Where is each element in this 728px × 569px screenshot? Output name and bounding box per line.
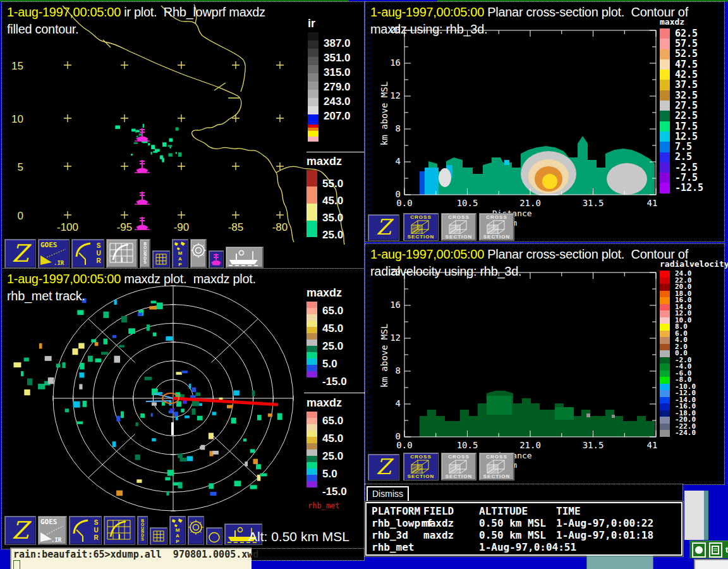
toolbar-button-circle[interactable]	[206, 527, 222, 545]
toolbar-button-radar-grid[interactable]	[106, 239, 138, 268]
panel-radar-ppi: 1-aug-1997,00:05:00 maxdz plot. maxdz pl…	[2, 269, 364, 549]
dismiss-button[interactable]: Dismiss	[367, 486, 409, 502]
zebra-z: Z	[5, 240, 35, 267]
table-header: PLATFORM	[372, 505, 420, 517]
colorbar-tick-label: 5.0	[322, 468, 337, 480]
zebra-z: Z	[5, 517, 35, 544]
svg-text:.IR: .IR	[51, 537, 62, 543]
colorbar-tick-label: 57.5	[675, 38, 698, 49]
table-cell: 1-Aug-97,0:04:51	[479, 541, 576, 553]
toolbar-button-azimuth-rings[interactable]	[190, 239, 207, 268]
terminal-window[interactable]: rain:beaufait:65>xdump.all 970801.0005.x…	[10, 548, 252, 569]
window-doc-button[interactable]	[709, 542, 723, 558]
cross-label: CROSS	[486, 214, 507, 220]
colorbar-tick-label: 47.5	[675, 59, 698, 70]
radar-grid	[107, 240, 137, 267]
colorbar-field-label: maxdz	[306, 286, 342, 300]
section-label: SECTION	[483, 234, 511, 240]
svg-text:S: S	[143, 260, 147, 264]
title-timestamp: 1-aug-1997,00:05:00	[7, 5, 121, 19]
toolbar-button-ship[interactable]	[226, 247, 264, 268]
colorbar-tick-label: 25.0	[322, 340, 343, 353]
title-timestamp: 1-aug-1997,00:05:00	[370, 5, 484, 19]
svg-text:M: M	[178, 250, 183, 256]
colorbar-tick-label: 45.0	[322, 195, 343, 207]
platform-status-table: PLATFORMFIELDALTITUDETIMErhb_lowprfmaxdz…	[365, 502, 682, 556]
maxdz-colorbar-1: maxdz65.045.025.05.0-15.0	[306, 286, 342, 377]
scrollbar-strip[interactable]	[684, 491, 708, 540]
altitude-readout: Alt: 0.50 km MSL	[248, 529, 349, 544]
toolbar-button-bounds-label[interactable]: BOUNDS	[137, 516, 148, 545]
cross-section-button[interactable]: CROSSSECTION	[441, 453, 476, 480]
svg-text:GOES: GOES	[40, 518, 58, 526]
colorbar-swatches	[306, 170, 317, 237]
svg-text:GOES: GOES	[40, 241, 58, 249]
table-header-row: PLATFORMFIELDALTITUDETIME	[367, 505, 681, 517]
toolbar-button-goes-satellite[interactable]: GOES.IR	[38, 239, 70, 268]
table-cell: maxdz	[423, 517, 454, 529]
partially-visible-window	[694, 559, 728, 569]
toolbar-button-azimuth-rings[interactable]	[188, 516, 204, 545]
section-label: SECTION	[408, 234, 435, 240]
toolbar-button-grid[interactable]	[152, 250, 170, 268]
taskbar-titlebar[interactable]: ti	[689, 541, 728, 558]
x-tick-label: 10.5	[454, 198, 482, 208]
colorbar-tick-label: 12.5	[675, 131, 698, 142]
cross-section-button[interactable]: CROSSSECTION	[441, 213, 476, 241]
colorbar-separator	[304, 393, 365, 393]
svg-text:U: U	[96, 250, 100, 257]
colorbar-swatches	[308, 32, 318, 142]
taskbar-window-title: ti	[725, 545, 728, 554]
toolbar-button-zebra-z[interactable]: Z	[368, 214, 399, 241]
toolbar-button-zebra-z[interactable]: Z	[368, 454, 399, 480]
cross-section-button-active[interactable]: CROSSSECTION	[403, 213, 439, 241]
svg-text:R: R	[94, 534, 99, 541]
track-platform-label: rhb_met	[308, 501, 340, 510]
colorbar-tick-label: 45.0	[322, 432, 343, 445]
toolbar-button-grid[interactable]	[150, 527, 167, 545]
cross-section-button-active[interactable]: CROSSSECTION	[403, 453, 439, 480]
goes-satellite: GOES.IR	[39, 517, 66, 544]
panel-cross-section-radialvelocity: 1-aug-1997,00:05:00 Planar cross-section…	[365, 244, 724, 484]
toolbar-button-radar-dish[interactable]: SUR	[69, 516, 102, 545]
toolbar-button-map[interactable]: MAP	[172, 239, 188, 268]
section-label: SECTION	[408, 474, 435, 479]
toolbar-button-radar-dish[interactable]: SUR	[71, 239, 104, 268]
cross-section-button[interactable]: CROSSSECTION	[479, 213, 514, 241]
y-tick-label: 8	[384, 365, 401, 376]
toolbar-button-radar-grid[interactable]	[104, 516, 135, 545]
goes-satellite: GOES.IR	[39, 240, 69, 267]
x-tick-label: 41	[638, 198, 666, 208]
x-tick-label: 10.5	[454, 440, 482, 450]
panel-title-line2: radialvelocity using: rhb_3d.	[370, 264, 521, 279]
colorbar-tick-label: 315.0	[324, 66, 351, 79]
toolbar-button-bounds-label[interactable]: BOUNDS	[140, 239, 150, 268]
colorbar-tick-label: 42.5	[675, 69, 698, 80]
toolbar-button-goes-satellite[interactable]: GOES.IR	[38, 516, 67, 545]
cube-icon	[485, 460, 508, 474]
table-header: TIME	[556, 505, 581, 517]
cross-label: CROSS	[448, 454, 469, 460]
x-tick-label: 21.0	[516, 198, 544, 208]
toolbar-button-buoy[interactable]	[209, 250, 224, 268]
x-tick-label: 41	[638, 440, 666, 450]
colorbar-tick-label: -2.5	[675, 162, 698, 173]
terminal-prompt-line: rain:beaufait:65>xdump.all 970801.0005.x…	[13, 549, 250, 560]
cross-section-button[interactable]: CROSSSECTION	[479, 453, 514, 480]
svg-text:S: S	[94, 519, 99, 526]
map-grid-markers	[64, 61, 284, 219]
table-header: ALTITUDE	[479, 505, 528, 517]
colorbar-tick-label: 32.5	[675, 90, 698, 101]
svg-text:P: P	[178, 262, 182, 267]
coastline	[63, 4, 344, 245]
radialvelocity-xs-colorbar: radialvelocity24.022.020.018.016.014.012…	[660, 259, 728, 437]
colorbar-tick-label: -24.0	[675, 429, 696, 437]
x-tick-label: 31.5	[579, 198, 607, 208]
toolbar-button-zebra-z[interactable]: Z	[4, 239, 36, 268]
toolbar-button-map[interactable]: MAP	[169, 516, 186, 545]
cube-icon	[410, 460, 432, 474]
window-menu-button[interactable]	[692, 542, 706, 558]
toolbar-button-zebra-z[interactable]: Z	[4, 516, 36, 545]
colorbar-tick-label: -7.5	[675, 172, 698, 183]
svg-text:.IR: .IR	[54, 260, 64, 266]
